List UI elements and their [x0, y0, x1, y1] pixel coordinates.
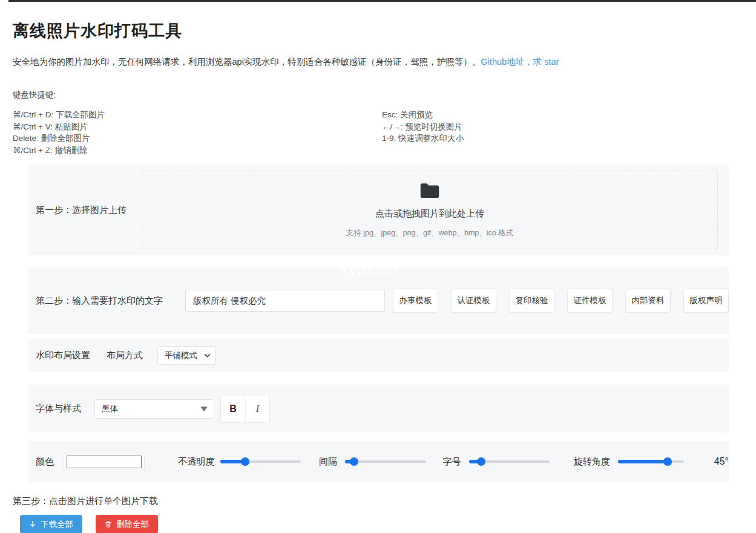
keyboard-shortcuts: 键盘快捷键: ⌘/Ctrl + D: 下载全部图片 ⌘/Ctrl + V: 粘贴… [13, 90, 743, 156]
shortcut-item: ⌘/Ctrl + Z: 撤销删除 [13, 145, 382, 157]
action-buttons: 下载全部 删除全部 [20, 515, 743, 533]
font-size-label: 字号 [443, 456, 461, 468]
slider-thumb[interactable] [241, 457, 249, 466]
template-button-auth[interactable]: 认证模板 [451, 289, 496, 313]
layout-mode-select[interactable]: 平铺模式 [157, 346, 216, 365]
chevron-down-icon [204, 353, 211, 358]
template-button-id[interactable]: 证件模板 [567, 289, 613, 313]
description-text: 安全地为你的图片加水印，无任何网络请求，利用浏览器api实现水印，特别适合各种敏… [13, 57, 481, 67]
color-label: 颜色 [36, 456, 54, 468]
template-buttons: 办事模板 认证模板 复印核验 证件模板 内部资料 版权声明 [393, 289, 729, 313]
style-controls-section: 颜色 不透明度 间隔 字号 旋转角度 45° [28, 441, 729, 482]
opacity-label: 不透明度 [179, 456, 215, 468]
shortcut-item: ⌘/Ctrl + V: 粘贴图片 [13, 121, 382, 133]
step3-label: 第三步：点击图片进行单个图片下载 [13, 495, 743, 507]
step1-label: 第一步：选择图片上传 [36, 204, 142, 216]
download-all-label: 下载全部 [41, 519, 73, 530]
color-picker-input[interactable] [64, 454, 145, 470]
text-style-toggle-group: B I [220, 396, 270, 422]
top-border [8, 0, 756, 2]
github-link[interactable]: Github地址，求 star [481, 57, 559, 67]
page: 离线照片水印打码工具 安全地为你的图片加水印，无任何网络请求，利用浏览器api实… [0, 20, 756, 533]
template-button-copyright[interactable]: 版权声明 [683, 289, 729, 313]
template-button-office[interactable]: 办事模板 [393, 289, 438, 313]
upload-dropzone[interactable]: 点击或拖拽图片到此处上传 支持 jpg、jpeg、png、gif、webp、bm… [142, 171, 718, 249]
watermark-text-section: 第二步：输入需要打水印的文字 办事模板 认证模板 复印核验 证件模板 内部资料 … [28, 267, 729, 334]
font-style-section: 字体与样式 黑体 B I [28, 385, 729, 433]
spacing-slider[interactable] [345, 457, 426, 466]
layout-settings-section: 水印布局设置 布局方式 平铺模式 [28, 339, 729, 372]
delete-all-button[interactable]: 删除全部 [96, 515, 158, 533]
font-family-value: 黑体 [102, 404, 118, 414]
trash-icon [105, 520, 112, 528]
font-size-slider[interactable] [469, 457, 550, 466]
shortcuts-left-column: ⌘/Ctrl + D: 下载全部图片 ⌘/Ctrl + V: 粘贴图片 Dele… [13, 109, 382, 156]
shortcut-item: ←/→: 预览时切换图片 [382, 121, 464, 133]
page-description: 安全地为你的图片加水印，无任何网络请求，利用浏览器api实现水印，特别适合各种敏… [13, 56, 743, 68]
bold-button[interactable]: B [220, 396, 245, 422]
dropzone-text: 点击或拖拽图片到此处上传 [375, 208, 484, 220]
spacing-label: 间隔 [319, 456, 337, 468]
layout-settings-label: 水印布局设置 [36, 350, 90, 361]
shortcuts-right-column: Esc: 关闭预览 ←/→: 预览时切换图片 1-9: 快速调整水印大小 [382, 109, 464, 156]
template-button-copy-check[interactable]: 复印核验 [509, 289, 554, 313]
shortcut-item: ⌘/Ctrl + D: 下载全部图片 [13, 109, 382, 121]
upload-section: 第一步：选择图片上传 点击或拖拽图片到此处上传 支持 jpg、jpeg、png、… [28, 165, 729, 255]
rotation-slider[interactable] [618, 457, 684, 466]
folder-icon [419, 182, 441, 200]
download-all-button[interactable]: 下载全部 [20, 515, 82, 533]
watermark-text-input[interactable] [185, 290, 385, 312]
rotation-value: 45° [714, 456, 729, 467]
shortcuts-heading: 键盘快捷键: [13, 90, 743, 100]
slider-fill [618, 460, 668, 463]
slider-thumb[interactable] [477, 457, 485, 466]
layout-mode-label: 布局方式 [107, 350, 143, 361]
layout-mode-value: 平铺模式 [165, 350, 197, 361]
slider-thumb[interactable] [663, 457, 672, 466]
font-style-label: 字体与样式 [36, 403, 81, 414]
italic-button[interactable]: I [245, 396, 270, 422]
shortcut-item: Delete: 删除全部图片 [13, 132, 382, 145]
delete-all-label: 删除全部 [116, 519, 149, 530]
opacity-slider[interactable] [220, 457, 301, 466]
template-button-internal[interactable]: 内部资料 [625, 289, 671, 313]
color-swatch [67, 456, 142, 468]
step2-label: 第二步：输入需要打水印的文字 [36, 295, 185, 307]
download-icon [29, 520, 36, 528]
rotation-label: 旋转角度 [574, 456, 610, 468]
shortcut-item: Esc: 关闭预览 [382, 109, 464, 121]
slider-thumb[interactable] [350, 457, 358, 466]
dropzone-format-hint: 支持 jpg、jpeg、png、gif、webp、bmp、ico 格式 [346, 228, 514, 238]
shortcut-item: 1-9: 快速调整水印大小 [382, 132, 464, 145]
font-family-select[interactable]: 黑体 [94, 399, 214, 419]
page-title: 离线照片水印打码工具 [13, 20, 743, 42]
dropdown-arrow-icon [200, 407, 208, 411]
